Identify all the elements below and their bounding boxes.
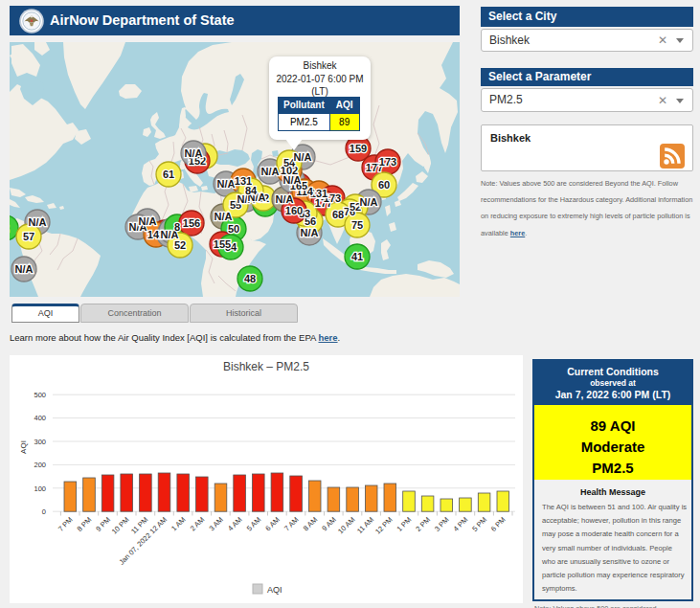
svg-text:3 AM: 3 AM — [207, 515, 224, 532]
svg-text:N/A: N/A — [139, 215, 157, 227]
svg-text:11 AM: 11 AM — [355, 515, 375, 535]
svg-text:0: 0 — [42, 507, 46, 516]
svg-text:N/A: N/A — [185, 147, 203, 159]
svg-text:1 PM: 1 PM — [395, 515, 414, 533]
svg-text:N/A: N/A — [29, 216, 47, 228]
svg-text:8 PM: 8 PM — [76, 515, 94, 533]
svg-text:N/A: N/A — [294, 151, 312, 163]
svg-text:6 PM: 6 PM — [489, 515, 508, 533]
svg-text:7 PM: 7 PM — [56, 515, 75, 533]
svg-text:155: 155 — [214, 238, 231, 250]
svg-text:N/A: N/A — [301, 227, 319, 238]
svg-text:Bishkek – PM2.5: Bishkek – PM2.5 — [223, 360, 309, 373]
svg-text:N/A: N/A — [276, 193, 294, 205]
svg-text:68: 68 — [332, 209, 344, 220]
svg-text:N/A: N/A — [261, 166, 280, 177]
svg-text:4 AM: 4 AM — [226, 515, 243, 532]
svg-text:3 PM: 3 PM — [433, 515, 451, 533]
svg-text:131: 131 — [235, 175, 252, 187]
svg-text:400: 400 — [34, 414, 46, 422]
svg-text:52: 52 — [174, 239, 186, 251]
svg-text:10 AM: 10 AM — [336, 515, 356, 535]
svg-text:200: 200 — [34, 461, 46, 469]
svg-text:9 AM: 9 AM — [320, 515, 337, 532]
svg-text:N/A: N/A — [360, 196, 378, 208]
svg-text:100: 100 — [34, 484, 46, 493]
svg-text:AQI: AQI — [267, 585, 282, 595]
svg-text:N/A: N/A — [215, 211, 233, 222]
svg-text:48: 48 — [244, 273, 256, 284]
svg-text:N/A: N/A — [15, 263, 34, 275]
svg-text:10 PM: 10 PM — [110, 515, 131, 536]
svg-text:41: 41 — [351, 251, 363, 262]
svg-text:1 AM: 1 AM — [169, 515, 187, 532]
svg-text:7 AM: 7 AM — [282, 515, 300, 532]
svg-text:12 PM: 12 PM — [373, 515, 395, 536]
svg-text:500: 500 — [34, 391, 46, 399]
svg-text:5 AM: 5 AM — [245, 515, 262, 532]
svg-text:300: 300 — [34, 438, 46, 446]
svg-text:8 AM: 8 AM — [302, 515, 319, 532]
svg-text:160: 160 — [285, 205, 303, 216]
svg-text:4 PM: 4 PM — [452, 515, 470, 533]
svg-text:159: 159 — [350, 143, 367, 154]
svg-text:156: 156 — [183, 217, 200, 229]
svg-text:N/A: N/A — [217, 178, 236, 190]
svg-text:6 AM: 6 AM — [263, 515, 281, 532]
svg-text:75: 75 — [351, 219, 363, 231]
svg-text:173: 173 — [379, 156, 396, 168]
svg-text:8: 8 — [174, 221, 180, 233]
svg-text:60: 60 — [378, 179, 390, 191]
svg-text:2 PM: 2 PM — [414, 515, 432, 533]
svg-text:2 AM: 2 AM — [189, 515, 206, 532]
svg-text:57: 57 — [23, 231, 34, 242]
svg-text:AQI: AQI — [19, 440, 28, 454]
svg-text:5 PM: 5 PM — [470, 515, 488, 533]
svg-text:50: 50 — [228, 223, 239, 235]
svg-text:61: 61 — [163, 169, 174, 180]
